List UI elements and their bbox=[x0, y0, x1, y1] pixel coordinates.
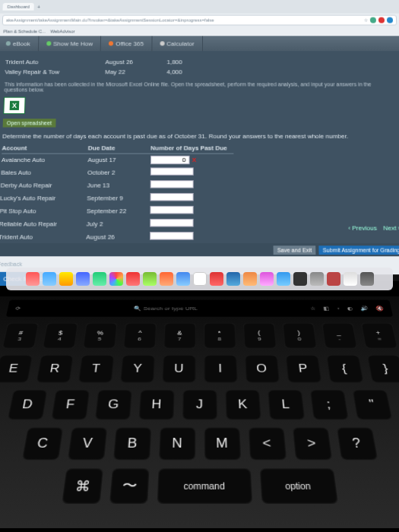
key-m[interactable]: M bbox=[204, 428, 240, 461]
star-icon[interactable]: ☆ bbox=[364, 17, 368, 24]
key--[interactable]: _- bbox=[321, 323, 357, 349]
key-j[interactable]: J bbox=[182, 390, 217, 420]
cell-account: Avalanche Auto bbox=[2, 154, 88, 166]
tab-show-me-how[interactable]: Show Me How bbox=[39, 36, 102, 51]
touchbar-btn[interactable]: ◐ bbox=[347, 306, 353, 311]
key-b[interactable]: B bbox=[112, 428, 150, 461]
address-bar[interactable]: akeAssignment/takeAssignmentMain.do?invo… bbox=[2, 15, 397, 26]
days-input[interactable] bbox=[150, 219, 194, 227]
key-command[interactable]: command bbox=[157, 468, 252, 504]
key-8[interactable]: *8 bbox=[204, 323, 236, 349]
dock-itunes-icon[interactable] bbox=[260, 272, 274, 286]
dock-chrome-icon[interactable] bbox=[109, 272, 123, 286]
key-e[interactable]: E bbox=[0, 355, 33, 382]
tab-calculator[interactable]: Calculator bbox=[152, 36, 203, 51]
refresh-icon[interactable]: ⟳ bbox=[15, 306, 22, 311]
key-p[interactable]: P bbox=[285, 355, 321, 382]
open-spreadsheet-button[interactable]: Open spreadsheet bbox=[3, 119, 56, 127]
tab-office-365[interactable]: Office 365 bbox=[101, 36, 152, 51]
bookmark-item[interactable]: Plan & Schedule C... bbox=[3, 29, 46, 33]
key-{[interactable]: { bbox=[326, 355, 363, 382]
next-button[interactable]: Next › bbox=[383, 224, 399, 232]
days-input[interactable] bbox=[150, 206, 193, 214]
days-input[interactable] bbox=[150, 232, 194, 240]
key-=[interactable]: += bbox=[360, 323, 397, 349]
save-and-exit-button[interactable]: Save and Exit bbox=[273, 245, 315, 255]
dock-appstore-icon[interactable] bbox=[277, 272, 290, 286]
cell-due: September 9 bbox=[87, 192, 150, 204]
dock-trash-icon[interactable] bbox=[360, 272, 374, 286]
tab-ebook[interactable]: eBook bbox=[0, 36, 39, 51]
dock-app-icon[interactable] bbox=[210, 272, 223, 286]
touchbar-btn[interactable]: ◧ bbox=[323, 306, 330, 311]
key-0[interactable]: )0 bbox=[282, 323, 317, 349]
dock-app-icon[interactable] bbox=[126, 272, 140, 286]
ext-icon-1[interactable] bbox=[370, 17, 376, 24]
key-;[interactable]: ; bbox=[309, 390, 348, 420]
dock-word-icon[interactable] bbox=[226, 272, 240, 286]
dock-app-icon[interactable] bbox=[93, 272, 106, 286]
previous-button[interactable]: ‹ Previous bbox=[348, 224, 377, 232]
dock-app-icon[interactable] bbox=[59, 272, 73, 286]
key-i[interactable]: I bbox=[204, 355, 237, 382]
key-special[interactable]: 〜 bbox=[109, 468, 149, 504]
key-r[interactable]: R bbox=[36, 355, 73, 382]
submit-assignment-button[interactable]: Submit Assignment for Grading bbox=[318, 245, 399, 255]
key-k[interactable]: K bbox=[225, 390, 261, 420]
mute-icon[interactable]: 🔇 bbox=[375, 306, 385, 311]
key-7[interactable]: &7 bbox=[163, 323, 196, 349]
key-5[interactable]: %5 bbox=[82, 323, 117, 349]
key->[interactable]: > bbox=[292, 428, 331, 461]
dock-app-icon[interactable] bbox=[143, 272, 157, 286]
new-tab-icon[interactable]: + bbox=[37, 4, 40, 9]
touch-bar[interactable]: ⟳ 🔍 Search or type URL ☆ ◧ ‹ ◐ 🔊 🔇 bbox=[6, 300, 393, 317]
ext-icon-2[interactable] bbox=[378, 17, 385, 24]
bookmark-item[interactable]: WebAdvisor bbox=[50, 29, 75, 33]
account-date: August 26 bbox=[105, 59, 166, 65]
key-t[interactable]: T bbox=[78, 355, 114, 382]
key-<[interactable]: < bbox=[248, 428, 286, 461]
key-option[interactable]: option bbox=[259, 468, 337, 504]
chevron-left-icon[interactable]: ‹ bbox=[337, 306, 340, 311]
key-o[interactable]: O bbox=[244, 355, 279, 382]
dock-app-icon[interactable] bbox=[26, 272, 40, 286]
dock-app-icon[interactable] bbox=[193, 272, 207, 286]
key-?[interactable]: ? bbox=[336, 428, 377, 461]
ext-icon-3[interactable] bbox=[387, 17, 393, 24]
dock-app-icon[interactable] bbox=[176, 272, 190, 286]
dock-app-icon[interactable] bbox=[76, 272, 90, 286]
key-f[interactable]: F bbox=[51, 390, 90, 420]
key-h[interactable]: H bbox=[138, 390, 174, 420]
days-input[interactable] bbox=[150, 167, 194, 175]
dock-app-icon[interactable] bbox=[243, 272, 257, 286]
key-cmd-symbol[interactable]: ⌘ bbox=[62, 468, 103, 504]
dock-app-icon[interactable] bbox=[160, 272, 173, 286]
dock-app-icon[interactable] bbox=[293, 272, 307, 286]
key-v[interactable]: V bbox=[67, 428, 106, 461]
touchbar-search[interactable]: 🔍 Search or type URL bbox=[28, 306, 303, 311]
key-"[interactable]: " bbox=[352, 390, 392, 420]
key-g[interactable]: G bbox=[94, 390, 131, 420]
days-input[interactable] bbox=[150, 180, 194, 188]
key-}[interactable]: } bbox=[366, 355, 399, 382]
volume-icon[interactable]: 🔊 bbox=[359, 306, 369, 311]
browser-tab[interactable]: Dashboard bbox=[2, 3, 34, 11]
key-4[interactable]: $4 bbox=[42, 323, 78, 349]
key-l[interactable]: L bbox=[268, 390, 305, 420]
key-u[interactable]: U bbox=[162, 355, 195, 382]
dock-app-icon[interactable] bbox=[43, 272, 56, 286]
key-6[interactable]: ^6 bbox=[122, 323, 156, 349]
key-y[interactable]: Y bbox=[119, 355, 154, 382]
dock-app-icon[interactable] bbox=[327, 272, 340, 286]
key-d[interactable]: D bbox=[7, 390, 47, 420]
key-n[interactable]: N bbox=[158, 428, 195, 461]
dock-app-icon[interactable] bbox=[344, 272, 357, 286]
days-input[interactable] bbox=[150, 193, 193, 201]
feedback-link[interactable]: Feedback bbox=[0, 261, 399, 268]
key-9[interactable]: (9 bbox=[242, 323, 276, 349]
key-c[interactable]: C bbox=[21, 428, 62, 461]
dock-settings-icon[interactable] bbox=[310, 272, 324, 286]
key-3[interactable]: #3 bbox=[2, 323, 39, 349]
days-input[interactable]: 0 bbox=[150, 156, 190, 164]
star-icon[interactable]: ☆ bbox=[310, 306, 316, 311]
